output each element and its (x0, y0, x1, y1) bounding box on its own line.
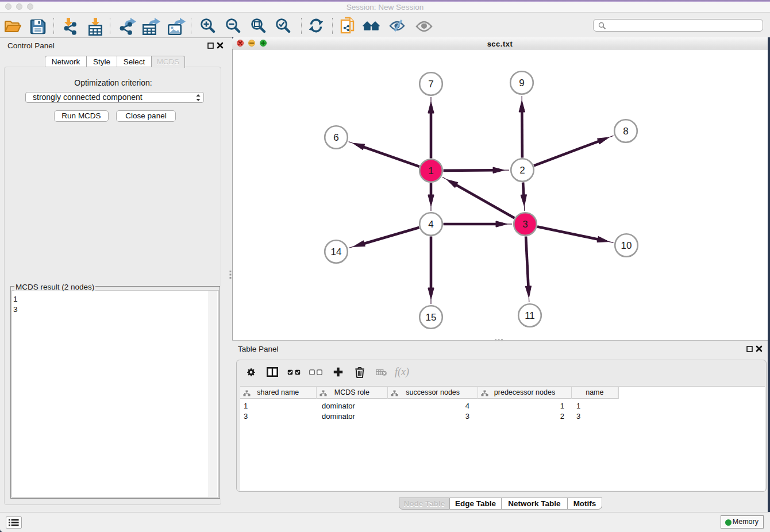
svg-text:6: 6 (333, 132, 338, 143)
svg-text:14: 14 (331, 246, 342, 257)
svg-text:3: 3 (522, 219, 528, 230)
svg-text:9: 9 (519, 78, 524, 88)
svg-text:7: 7 (428, 79, 433, 90)
svg-text:4: 4 (428, 219, 433, 230)
svg-text:2: 2 (519, 165, 525, 176)
svg-text:10: 10 (621, 240, 632, 251)
svg-text:11: 11 (525, 310, 535, 321)
svg-text:8: 8 (623, 126, 628, 137)
svg-text:15: 15 (426, 312, 437, 323)
svg-text:1: 1 (428, 165, 433, 176)
